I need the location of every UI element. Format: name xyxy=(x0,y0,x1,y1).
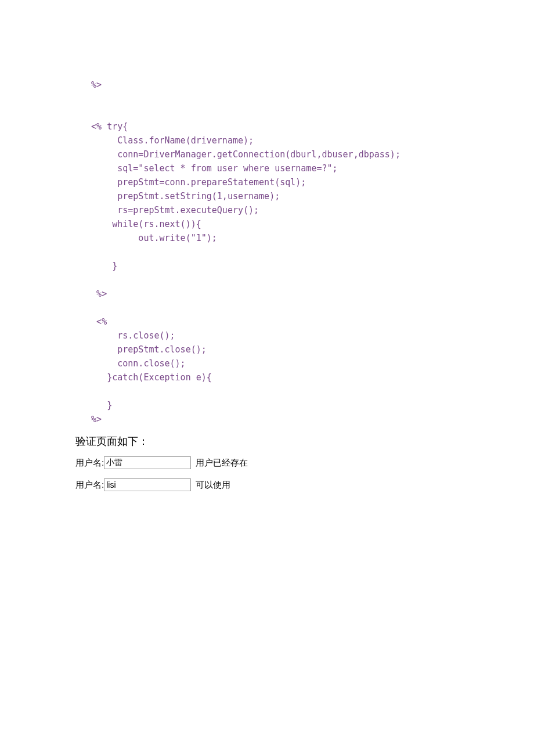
code-block: %> <% try{ Class.forName(drivername); co… xyxy=(75,64,534,426)
code-line: } xyxy=(75,400,112,411)
username-input-1[interactable] xyxy=(104,456,191,469)
form-row-2: 用户名: 可以使用 xyxy=(75,478,534,491)
code-line: while(rs.next()){ xyxy=(75,219,201,229)
username-label: 用户名: xyxy=(75,480,104,491)
code-line: %> xyxy=(75,80,102,90)
code-line: conn=DriverManager.getConnection(dburl,d… xyxy=(75,149,400,160)
code-line: } xyxy=(75,261,117,271)
status-exists: 用户已经存在 xyxy=(196,458,248,469)
code-line: rs.close(); xyxy=(75,330,175,341)
code-line: %> xyxy=(75,289,107,299)
status-available: 可以使用 xyxy=(196,480,230,491)
code-line: Class.forName(drivername); xyxy=(75,135,254,146)
code-line: %> xyxy=(75,414,102,424)
code-line: sql="select * from user where username=?… xyxy=(75,163,338,174)
code-line: conn.close(); xyxy=(75,358,186,369)
code-line: <% try{ xyxy=(75,121,128,132)
code-line: prepStmt.setString(1,username); xyxy=(75,191,280,201)
code-line: out.write("1"); xyxy=(75,233,217,243)
username-input-2[interactable] xyxy=(104,478,191,491)
code-line: rs=prepStmt.executeQuery(); xyxy=(75,205,259,215)
form-row-1: 用户名: 用户已经存在 xyxy=(75,456,534,469)
code-line: <% xyxy=(75,316,107,327)
code-line: }catch(Exception e){ xyxy=(75,372,212,383)
username-label: 用户名: xyxy=(75,458,104,469)
code-line: prepStmt=conn.prepareStatement(sql); xyxy=(75,177,306,188)
code-line: prepStmt.close(); xyxy=(75,344,207,355)
section-title: 验证页面如下： xyxy=(75,434,534,448)
